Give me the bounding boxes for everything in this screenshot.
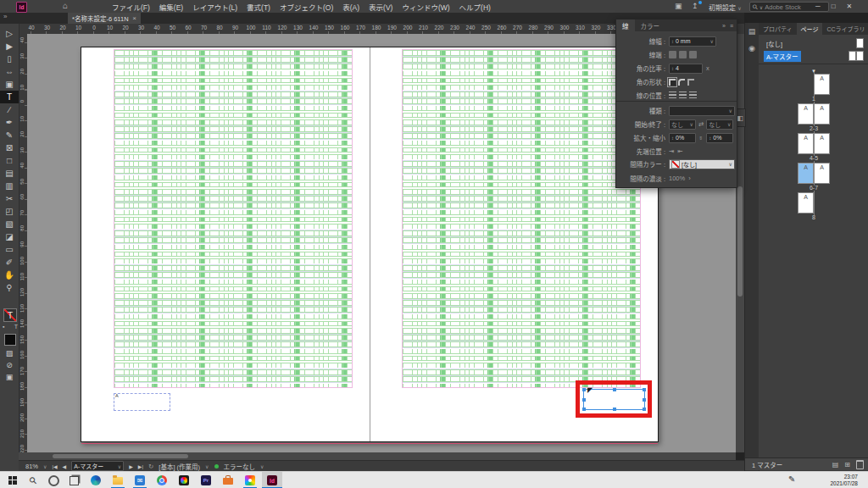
miter-join-icon[interactable] — [669, 79, 676, 86]
selected-text-frame[interactable]: ◤ — [583, 389, 645, 410]
minimize-button[interactable]: ─ — [815, 3, 821, 10]
selection-handle[interactable] — [613, 388, 616, 391]
preflight-status-text[interactable]: エラーなし — [224, 462, 256, 471]
content-collector-tool[interactable]: ▣ — [0, 78, 19, 91]
menu-item-8[interactable]: ヘルプ(H) — [459, 2, 491, 12]
apply-color-button[interactable] — [4, 334, 16, 346]
vertical-grid-tool[interactable]: ▥ — [0, 180, 19, 192]
page-entry-2-3[interactable]: AA2-3 — [788, 103, 839, 131]
dock-tab-1[interactable]: ページ — [797, 23, 823, 35]
format-container-icon[interactable]: ▪ — [3, 324, 4, 330]
dock-tab-2[interactable]: CCライブラリ — [822, 23, 868, 35]
menu-item-1[interactable]: 編集(E) — [159, 2, 183, 12]
chevron-down-icon[interactable]: ∨ — [43, 463, 47, 469]
menu-item-6[interactable]: 表示(V) — [369, 2, 392, 12]
view-mode-button[interactable]: ▣ — [0, 373, 19, 381]
chevron-down-icon[interactable]: ∨ — [727, 121, 731, 127]
chevron-down-icon[interactable]: ∨ — [690, 121, 693, 127]
dock-expand-icon[interactable]: » — [3, 13, 7, 20]
chrome-icon[interactable] — [152, 472, 172, 488]
page-spread[interactable]: A ◤ — [81, 47, 659, 442]
menu-item-2[interactable]: レイアウト(L) — [192, 2, 237, 12]
new-page-icon[interactable]: ⊞ — [844, 461, 850, 469]
page-entry-8[interactable]: A8 — [788, 192, 839, 220]
page-select-dropdown[interactable]: A-マスター ∨ — [71, 461, 124, 471]
media-browser-icon[interactable]: ▣ — [675, 2, 682, 10]
chevron-down-icon[interactable]: ∨ — [260, 463, 264, 469]
bevel-join-icon[interactable] — [687, 79, 694, 86]
scale-end-field[interactable]: ↕ 0% — [706, 133, 733, 143]
preflight-profile[interactable]: [基本] (作業用) — [159, 462, 200, 471]
collapsed-panel-grid-icon[interactable]: ▤ — [748, 27, 756, 36]
page-thumbnail[interactable]: A — [798, 163, 814, 184]
round-join-icon[interactable] — [678, 79, 685, 86]
restore-button[interactable]: □ — [832, 3, 836, 10]
document-tab[interactable]: *名称未設定-6 611N × — [68, 13, 141, 24]
page-entry-1[interactable]: ▼A1 — [788, 69, 839, 102]
scrollbar-thumb[interactable] — [737, 186, 743, 297]
round-cap-icon[interactable] — [679, 51, 687, 58]
align-inside-icon[interactable] — [679, 92, 687, 99]
chevron-down-icon[interactable]: ∨ — [729, 161, 732, 167]
horizontal-grid-tool[interactable]: ▤ — [0, 167, 19, 180]
photo-app-icon[interactable] — [240, 472, 260, 488]
preflight-icon[interactable]: ↻ — [148, 463, 153, 470]
page-thumbnail[interactable]: A — [798, 192, 814, 214]
selection-handle[interactable] — [643, 398, 646, 402]
zoom-tool[interactable]: ⚲ — [0, 281, 19, 294]
selection-tool[interactable]: ▷ — [0, 27, 19, 40]
previous-spread-button[interactable]: ◀ — [63, 463, 67, 469]
layout-grid-right-page[interactable] — [402, 49, 641, 388]
scissors-tool[interactable]: ✂ — [0, 192, 19, 205]
page-thumbnail[interactable]: A — [814, 74, 830, 95]
page-thumbnail[interactable]: A — [814, 103, 830, 125]
chevron-down-icon[interactable]: ∨ — [205, 463, 209, 469]
panel-menu-icon[interactable]: ≡ — [730, 23, 733, 29]
delete-page-icon[interactable] — [856, 460, 864, 469]
formatting-toggles[interactable]: ▪ T — [3, 324, 18, 330]
taskbar-clock[interactable]: 23:07 2021/07/28 — [804, 474, 858, 488]
stepper-icon[interactable]: ↕ — [709, 136, 711, 141]
creative-cloud-icon[interactable] — [174, 472, 194, 488]
fill-proxy-swatch[interactable]: T — [3, 308, 17, 322]
stroke-weight-field[interactable]: ↕ 0 mm ∨ — [669, 36, 716, 47]
cortana-button[interactable] — [43, 472, 64, 488]
workspace-switcher[interactable]: 初期設定 ∨ — [709, 3, 742, 12]
chevron-down-icon[interactable]: ∨ — [710, 38, 714, 44]
rectangle-tool[interactable]: □ — [0, 154, 19, 167]
dock-tab-0[interactable]: プロパティ — [759, 23, 797, 35]
apply-gradient-button[interactable]: ▨ — [0, 349, 19, 358]
stepper-icon[interactable]: ↕ — [671, 136, 674, 141]
spread-options-icon[interactable]: ▤ — [832, 461, 839, 469]
master-row-0[interactable]: [なし] — [759, 37, 868, 49]
frame-tool[interactable]: ⊠ — [0, 141, 19, 154]
edge-icon[interactable] — [86, 472, 106, 488]
selection-handle[interactable] — [643, 408, 646, 411]
selection-handle[interactable] — [582, 398, 586, 402]
scrollbar-thumb[interactable] — [53, 454, 188, 458]
layout-grid-left-page[interactable] — [114, 49, 353, 388]
close-button[interactable]: ✕ — [847, 3, 853, 10]
page-thumbnail[interactable]: A — [798, 103, 814, 125]
miter-limit-field[interactable]: ↕ 4 — [669, 64, 703, 74]
gap-tool[interactable]: ⇔ — [0, 65, 19, 78]
free-transform-tool[interactable]: ◰ — [0, 205, 19, 218]
tab-stroke[interactable]: 線 — [616, 19, 635, 31]
chevron-down-icon[interactable]: ∨ — [729, 108, 732, 114]
master-row-1[interactable]: A-マスター — [759, 50, 868, 62]
tip-extend-icon[interactable]: ⇤ — [677, 147, 682, 155]
page-tool[interactable]: ▯ — [0, 53, 19, 65]
text-frame-bottom-left[interactable]: A — [114, 393, 170, 411]
menu-item-4[interactable]: オブジェクト(O) — [280, 2, 333, 12]
premiere-icon[interactable]: Pr — [196, 472, 216, 488]
note-tool[interactable]: ▭ — [0, 243, 19, 256]
home-icon[interactable]: ⌂ — [63, 1, 68, 10]
expand-icon[interactable]: › — [688, 175, 691, 182]
last-spread-button[interactable]: ▶| — [138, 463, 143, 469]
pen-tool[interactable]: ✒ — [0, 116, 19, 129]
indesign-icon[interactable]: Id — [262, 472, 282, 488]
chevron-down-icon[interactable]: ∨ — [118, 463, 121, 469]
align-outside-icon[interactable] — [689, 92, 697, 99]
collapse-panel-icon[interactable]: » — [722, 23, 726, 29]
task-view-button[interactable] — [64, 472, 84, 488]
